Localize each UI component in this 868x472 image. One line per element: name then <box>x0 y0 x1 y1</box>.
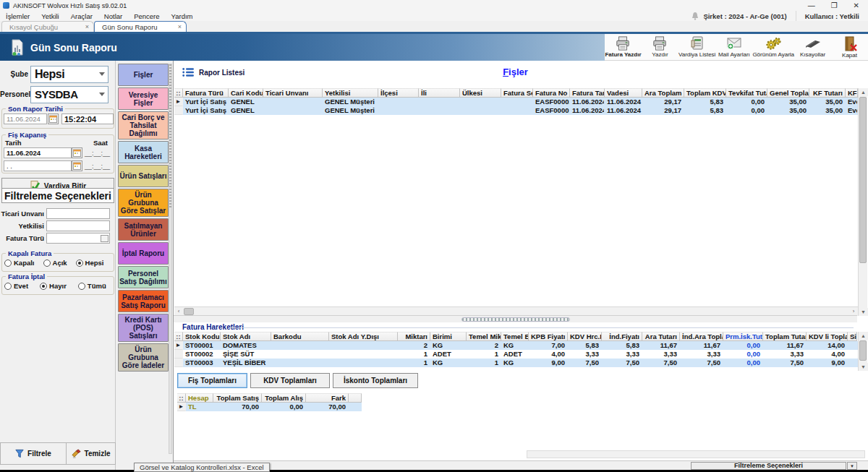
calendar-icon[interactable] <box>72 160 82 171</box>
column-header[interactable]: Vadesi <box>605 88 642 98</box>
column-header[interactable]: Yetkilisi <box>323 88 378 98</box>
splitter-grip-icon[interactable] <box>461 317 570 322</box>
filtreleme-secenekleri-button[interactable]: Filtreleme Seçenekleri <box>691 462 846 470</box>
sube-select[interactable]: Hepsi <box>30 66 109 83</box>
column-header[interactable]: Toplam Satış <box>213 393 262 403</box>
column-header[interactable]: Fatura No <box>533 88 570 98</box>
calendar-icon[interactable] <box>48 113 59 124</box>
ticari-unvani-input[interactable] <box>46 208 110 219</box>
radio-option[interactable]: Açık <box>43 259 67 267</box>
fatura-turu-input[interactable] <box>46 233 110 244</box>
tab-kdv-toplamlari[interactable]: KDV Toplamları <box>250 373 330 388</box>
report-button[interactable]: Kredi Kartı (POS) Satışları <box>118 314 169 342</box>
radio-option[interactable]: Tümü <box>78 282 106 290</box>
report-button[interactable]: Pazarlamacı Satış Raporu <box>118 290 169 312</box>
menu-araclar[interactable]: Araçlar <box>65 12 98 20</box>
report-button[interactable]: Veresiye Fişler <box>118 87 169 110</box>
report-button[interactable]: Personel Satış Dağılımı <box>118 266 169 288</box>
kapanis-date1-field[interactable]: 11.06.2024 <box>4 147 72 158</box>
column-header[interactable]: İli <box>419 88 460 98</box>
table-row[interactable]: Yurt İçi SatışGENELGENEL MüşteriEASF0000… <box>174 106 858 115</box>
table-row[interactable]: ST00002ŞİŞE SÜT1ADET1ADET4,003,333,333,3… <box>174 350 858 359</box>
minimize-button[interactable]: — <box>808 1 815 10</box>
fatura-yazdir-button[interactable]: Fatura Yazdır <box>605 34 642 60</box>
menu-yetkili[interactable]: Yetkili <box>35 12 64 20</box>
tab-close-icon[interactable]: × <box>85 23 89 30</box>
column-header[interactable]: Fatura Tarihi <box>570 88 605 98</box>
personel-select[interactable]: SYSDBA <box>30 86 109 103</box>
table-row[interactable]: ST00003YEŞİL BİBER1KG1KG9,007,507,507,50… <box>174 359 858 367</box>
column-header[interactable]: Toplam Alış <box>262 393 306 403</box>
column-header[interactable]: KDV li Toplam <box>807 332 848 341</box>
column-header[interactable]: Toplam Tutar <box>763 332 807 341</box>
menu-notlar[interactable]: Notlar <box>98 12 128 20</box>
maximize-button[interactable]: ❐ <box>831 1 838 10</box>
movements-vscrollbar[interactable]: ▲ ▼ <box>858 332 867 371</box>
kapanis-time1-field[interactable]: __:__:__ <box>85 150 110 157</box>
table-row[interactable]: ►ST00001DOMATES2KG2KG7,005,835,8311,6711… <box>174 341 858 350</box>
radio-option[interactable]: Kapalı <box>4 259 35 267</box>
dropdown-arrow-icon[interactable]: ▼ <box>847 462 857 470</box>
column-header[interactable]: Si <box>848 332 857 341</box>
tab-gun-sonu-raporu[interactable]: Gün Sonu Raporu× <box>94 21 187 32</box>
kisayollar-button[interactable]: Kısayollar <box>794 34 831 60</box>
report-button[interactable]: Ürün Grubuna Göre Satışlar <box>118 189 169 217</box>
tab-kisayol-cubugu[interactable]: Kısayol Çubuğu× <box>1 21 94 32</box>
column-header[interactable]: Cari Kodu <box>229 88 263 98</box>
kapanis-time2-field[interactable]: __:__:__ <box>85 163 110 170</box>
kapanis-date2-field[interactable]: . . <box>4 160 72 171</box>
vardiya-listesi-button[interactable]: Vardiya Listesi <box>678 34 715 60</box>
column-header[interactable]: İnd.Ara Toplam <box>680 332 723 341</box>
table-row[interactable]: ►TL70,000,0070,00 <box>177 403 362 411</box>
report-button[interactable]: Fişler <box>118 64 169 86</box>
column-header[interactable]: Birimi <box>430 332 467 341</box>
calendar-icon[interactable] <box>72 147 82 158</box>
temizle-button[interactable]: Temizle <box>67 442 116 465</box>
radio-option[interactable]: Hayır <box>40 282 67 290</box>
menu-islemler[interactable]: İşlemler <box>0 12 35 20</box>
close-button[interactable]: ✕ <box>854 1 859 10</box>
column-header[interactable]: Ara Toplam <box>642 88 684 98</box>
column-header[interactable]: Tevkifat Tutarı <box>726 88 767 98</box>
son-rapor-time-field[interactable]: 15:22:04 <box>61 113 114 124</box>
bottom-hscrollbar[interactable] <box>527 450 865 458</box>
mail-ayarlari-button[interactable]: Mail Ayarları <box>715 34 752 60</box>
column-header[interactable] <box>349 393 362 403</box>
column-header[interactable]: Temel Mik. <box>467 332 501 341</box>
column-header[interactable]: Temel Brm. <box>501 332 529 341</box>
son-rapor-date-field[interactable]: 11.06.2024 <box>4 113 47 124</box>
taskbar-excel-item[interactable]: Görsel ve Katalog Kontrolleri.xlsx - Exc… <box>134 463 270 472</box>
column-header[interactable]: İlçesi <box>378 88 419 98</box>
column-header[interactable]: Miktarı <box>398 332 430 341</box>
report-button[interactable]: Cari Borç ve Tahsilat Dağılımı <box>118 111 169 140</box>
menu-yardim[interactable]: Yardım <box>166 12 199 20</box>
tab-close-icon[interactable]: × <box>178 23 182 30</box>
table-row[interactable]: ►Yurt İçi SatışGENELGENEL MüşteriEASF000… <box>174 98 858 106</box>
column-header[interactable]: Stok Kodu <box>183 332 221 341</box>
radio-option[interactable]: Evet <box>4 282 28 290</box>
report-button[interactable]: Satılmayan Ürünler <box>118 218 169 241</box>
report-button[interactable]: Ürün Grubuna Göre İadeler <box>118 343 169 372</box>
column-header[interactable]: İnd.Fiyatı <box>602 332 642 341</box>
lookup-icon[interactable] <box>101 235 109 242</box>
column-header[interactable]: Prm.İsk.Tutarı <box>723 332 763 341</box>
column-header[interactable]: Barkodu <box>271 332 329 341</box>
radio-option[interactable]: Hepsi <box>76 259 104 267</box>
tab-iskonto-toplamlari[interactable]: İskonto Toplamları <box>333 373 418 388</box>
column-header[interactable]: KF D <box>846 88 858 98</box>
column-header[interactable]: KDV Hrc.Fiyat <box>568 332 602 341</box>
column-header[interactable]: KF Tutarı <box>809 88 846 98</box>
menu-pencere[interactable]: Pencere <box>128 12 165 20</box>
column-header[interactable]: Toplam KDV <box>684 88 726 98</box>
column-header[interactable]: Fark <box>306 393 349 403</box>
yetkilisi-input[interactable] <box>46 220 110 231</box>
tab-fis-toplamlari[interactable]: Fiş Toplamları <box>177 373 247 388</box>
column-header[interactable]: Ülkesi <box>460 88 501 98</box>
invoices-vscrollbar[interactable]: ▲ ▼ <box>858 88 867 316</box>
column-header[interactable]: Ara Tutarı <box>642 332 680 341</box>
column-header[interactable]: Stok Adı Y.Dışı <box>329 332 398 341</box>
filtrele-button[interactable]: Filtrele <box>0 442 67 465</box>
column-header[interactable]: Ticari Unvanı <box>263 88 323 98</box>
column-header[interactable]: KPB Fiyatı <box>529 332 568 341</box>
kapat-button[interactable]: Kapat <box>831 34 868 60</box>
